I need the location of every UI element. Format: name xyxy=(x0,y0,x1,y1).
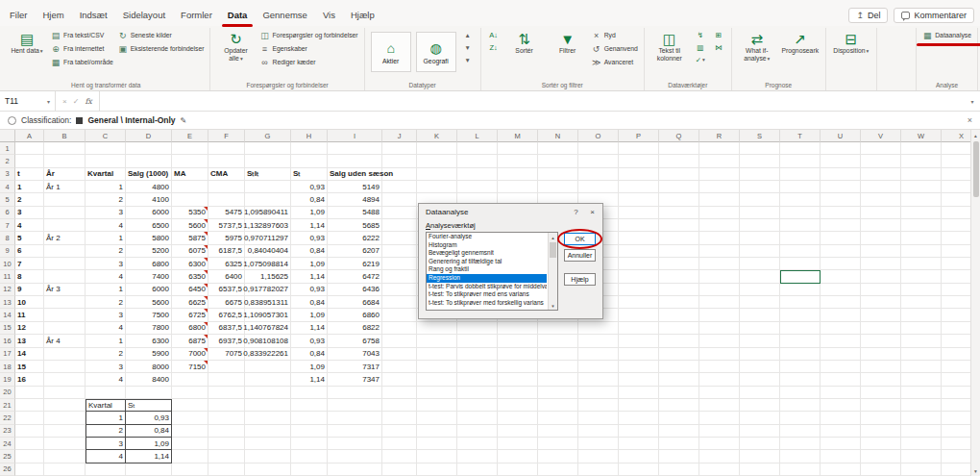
cell-I26[interactable] xyxy=(328,463,382,476)
cell-D12[interactable]: 6000 xyxy=(126,284,172,296)
cell-G7[interactable]: 1,132897603 xyxy=(245,219,291,232)
row-header-9[interactable]: 9 xyxy=(0,245,15,258)
analysis-tool-rang-og-fraktil[interactable]: Rang og fraktil xyxy=(427,265,547,274)
cell-Q10[interactable] xyxy=(659,258,699,270)
analysis-tool-generering-af-tilfældige-tal[interactable]: Generering af tilfældige tal xyxy=(427,258,547,266)
share-button[interactable]: ↥ Del xyxy=(848,8,888,23)
cell-W22[interactable] xyxy=(901,412,942,424)
cell-X23[interactable] xyxy=(942,425,970,438)
formula-bar-expand-icon[interactable]: ▾ xyxy=(965,91,980,111)
cell-C16[interactable]: 1 xyxy=(86,335,126,347)
cell-N3[interactable] xyxy=(538,168,578,181)
cell-G15[interactable]: 1,140767824 xyxy=(245,322,291,335)
cell-A1[interactable] xyxy=(15,142,44,155)
tab-data[interactable]: Data xyxy=(220,5,256,26)
cell-E15[interactable]: 6800 xyxy=(172,322,208,335)
cell-E14[interactable]: 6725 xyxy=(172,309,208,321)
column-header-H[interactable]: H xyxy=(291,130,328,142)
cell-X16[interactable] xyxy=(942,335,970,347)
cell-X13[interactable] xyxy=(942,296,970,309)
cell-C25[interactable]: 4 xyxy=(86,450,126,463)
cell-R26[interactable] xyxy=(699,463,740,476)
cell-A25[interactable] xyxy=(15,450,44,463)
cell-V20[interactable] xyxy=(861,387,901,399)
cell-G12[interactable]: 0,917782027 xyxy=(245,284,291,296)
cell-W6[interactable] xyxy=(901,207,942,219)
cell-J16[interactable] xyxy=(382,335,417,347)
cell-M20[interactable] xyxy=(498,387,538,399)
cell-I9[interactable]: 6207 xyxy=(328,245,382,258)
cell-E17[interactable]: 7000 xyxy=(172,348,208,361)
cell-G3[interactable]: SₜIₜ xyxy=(245,168,291,181)
cell-V2[interactable] xyxy=(861,155,901,167)
cell-Q17[interactable] xyxy=(659,348,699,361)
cell-T14[interactable] xyxy=(780,309,821,321)
cell-C12[interactable]: 1 xyxy=(86,284,126,296)
cell-I10[interactable]: 6219 xyxy=(328,258,382,270)
cell-T24[interactable] xyxy=(780,438,821,450)
cell-D15[interactable]: 7800 xyxy=(126,322,172,335)
cell-S22[interactable] xyxy=(740,412,780,424)
cell-I1[interactable] xyxy=(328,142,382,155)
cell-X15[interactable] xyxy=(942,322,970,335)
cell-M3[interactable] xyxy=(498,168,538,181)
cell-T22[interactable] xyxy=(780,412,821,424)
cell-K24[interactable] xyxy=(417,438,457,450)
row-header-15[interactable]: 15 xyxy=(0,322,15,335)
cell-V5[interactable] xyxy=(861,193,901,206)
cell-G19[interactable] xyxy=(245,373,291,386)
cell-E21[interactable] xyxy=(172,399,208,412)
cell-J24[interactable] xyxy=(382,438,417,450)
cell-X24[interactable] xyxy=(942,438,970,450)
cell-C19[interactable]: 4 xyxy=(86,373,126,386)
cell-E4[interactable] xyxy=(172,181,208,193)
cell-U24[interactable] xyxy=(821,438,861,450)
cell-J17[interactable] xyxy=(382,348,417,361)
cell-V17[interactable] xyxy=(861,348,901,361)
scroll-down-arrow-icon[interactable]: ▾ xyxy=(971,465,980,476)
cell-T11[interactable] xyxy=(780,270,821,283)
cell-T20[interactable] xyxy=(780,387,821,399)
cell-E26[interactable] xyxy=(172,463,208,476)
reapply-button[interactable]: ↺Genanvend xyxy=(592,42,638,55)
geography-datatype[interactable]: ◍Geografi xyxy=(416,32,456,72)
cell-B21[interactable] xyxy=(44,399,86,412)
cell-R23[interactable] xyxy=(699,425,740,438)
cell-A12[interactable]: 9 xyxy=(15,284,44,296)
cell-W12[interactable] xyxy=(901,284,942,296)
cell-T21[interactable] xyxy=(780,399,821,412)
cell-W10[interactable] xyxy=(901,258,942,270)
cell-X6[interactable] xyxy=(942,207,970,219)
cell-U3[interactable] xyxy=(821,168,861,181)
dialog-help-icon[interactable]: ? xyxy=(568,206,584,218)
cell-K2[interactable] xyxy=(417,155,457,167)
cell-K15[interactable] xyxy=(417,322,457,335)
cell-Q24[interactable] xyxy=(659,438,699,450)
row-header-8[interactable]: 8 xyxy=(0,232,15,244)
cell-U1[interactable] xyxy=(821,142,861,155)
cell-V13[interactable] xyxy=(861,296,901,309)
cell-X1[interactable] xyxy=(942,142,970,155)
cell-T25[interactable] xyxy=(780,450,821,463)
cell-O23[interactable] xyxy=(578,425,619,438)
cell-T9[interactable] xyxy=(780,245,821,258)
cell-R15[interactable] xyxy=(699,322,740,335)
cell-S4[interactable] xyxy=(740,181,780,193)
cell-C5[interactable]: 2 xyxy=(86,193,126,206)
cell-C14[interactable]: 3 xyxy=(86,309,126,321)
column-header-O[interactable]: O xyxy=(578,130,619,142)
cell-U9[interactable] xyxy=(821,245,861,258)
recent-sources-button[interactable]: ↻Seneste kilder xyxy=(118,29,205,41)
cell-W23[interactable] xyxy=(901,425,942,438)
cell-T17[interactable] xyxy=(780,348,821,361)
cell-V12[interactable] xyxy=(861,284,901,296)
cell-G14[interactable]: 1,109057301 xyxy=(245,309,291,321)
cell-U7[interactable] xyxy=(821,219,861,232)
cell-V22[interactable] xyxy=(861,412,901,424)
cell-P13[interactable] xyxy=(619,296,659,309)
row-header-4[interactable]: 4 xyxy=(0,181,15,193)
cell-S20[interactable] xyxy=(740,387,780,399)
cell-P14[interactable] xyxy=(619,309,659,321)
cell-A22[interactable] xyxy=(15,412,44,424)
formula-input[interactable] xyxy=(100,91,965,111)
